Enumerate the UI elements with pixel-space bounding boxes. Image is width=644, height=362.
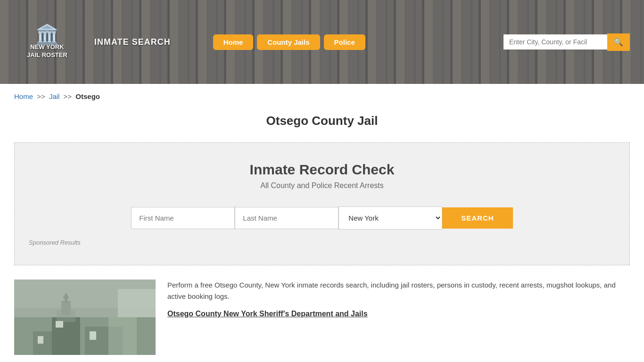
inmate-search-label: INMATE SEARCH	[94, 37, 171, 47]
header-search-button[interactable]: 🔍	[607, 33, 630, 51]
lower-description: Perform a free Otsego County, New York i…	[167, 280, 630, 302]
logo-area: 🏛️ NEW YORKJAIL ROSTER	[14, 25, 80, 59]
last-name-input[interactable]	[235, 207, 339, 229]
breadcrumb-jail[interactable]: Jail	[49, 92, 60, 100]
page-title: Otsego County Jail	[0, 109, 644, 142]
breadcrumb-home[interactable]: Home	[14, 92, 33, 100]
church-image	[14, 280, 156, 355]
header: 🏛️ NEW YORKJAIL ROSTER INMATE SEARCH Hom…	[0, 0, 644, 84]
search-section-title: Inmate Record Check	[29, 162, 615, 178]
search-main-button[interactable]: SEARCH	[442, 207, 512, 229]
lower-content: Perform a free Otsego County, New York i…	[0, 265, 644, 355]
nav-county-jails[interactable]: County Jails	[257, 34, 320, 50]
svg-rect-11	[38, 336, 43, 344]
header-content: 🏛️ NEW YORKJAIL ROSTER INMATE SEARCH Hom…	[0, 0, 644, 84]
search-section-subtitle: All County and Police Recent Arrests	[29, 181, 615, 190]
breadcrumb-sep2: >>	[64, 92, 72, 100]
header-search-input[interactable]	[504, 34, 607, 49]
logo-icon: 🏛️	[35, 25, 59, 43]
nav-menu: Home County Jails Police	[213, 34, 365, 50]
first-name-input[interactable]	[131, 207, 235, 229]
nav-home[interactable]: Home	[213, 34, 254, 50]
state-select[interactable]: New YorkAlabamaAlaskaArizonaArkansasCali…	[339, 206, 442, 230]
lower-text: Perform a free Otsego County, New York i…	[167, 280, 630, 355]
lower-image	[14, 280, 156, 355]
svg-rect-9	[56, 321, 63, 328]
svg-rect-14	[118, 289, 156, 317]
search-form-row: New YorkAlabamaAlaskaArizonaArkansasCali…	[29, 206, 615, 230]
logo-text: NEW YORKJAIL ROSTER	[27, 43, 67, 59]
header-search-area: 🔍	[504, 33, 630, 51]
breadcrumb: Home >> Jail >> Otsego	[0, 84, 644, 109]
svg-rect-12	[108, 317, 137, 355]
nav-police[interactable]: Police	[324, 34, 365, 50]
svg-rect-10	[90, 331, 96, 340]
lower-section-heading: Otsego County New York Sheriff's Departm…	[167, 308, 630, 320]
search-section: Inmate Record Check All County and Polic…	[14, 142, 630, 265]
breadcrumb-sep1: >>	[37, 92, 45, 100]
sponsored-results: Sponsored Results	[29, 239, 615, 246]
breadcrumb-current: Otsego	[75, 92, 100, 100]
